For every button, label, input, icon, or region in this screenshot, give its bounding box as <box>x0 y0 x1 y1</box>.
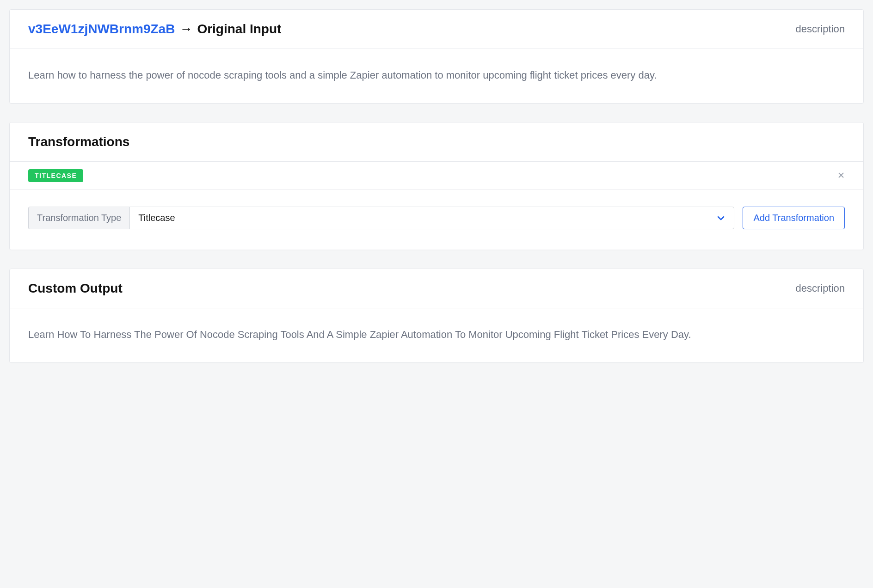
close-icon[interactable] <box>837 171 845 181</box>
breadcrumb-id-link[interactable]: v3EeW1zjNWBrnm9ZaB <box>28 22 175 37</box>
chevron-down-icon <box>716 214 725 223</box>
custom-output-text: Learn How To Harness The Power Of Nocode… <box>28 327 845 342</box>
breadcrumb-current: Original Input <box>197 22 281 37</box>
arrow-right-icon: → <box>179 22 192 37</box>
add-transformation-button[interactable]: Add Transformation <box>743 207 845 229</box>
titlecase-pill[interactable]: TITLECASE <box>28 169 83 182</box>
transformation-type-label: Transformation Type <box>28 207 129 229</box>
transformation-type-select[interactable]: Titlecase <box>129 207 734 229</box>
custom-output-title: Custom Output <box>28 281 123 296</box>
select-value: Titlecase <box>138 213 175 223</box>
original-input-card: v3EeW1zjNWBrnm9ZaB → Original Input desc… <box>9 9 864 104</box>
custom-output-header: Custom Output description <box>10 269 863 308</box>
original-input-header: v3EeW1zjNWBrnm9ZaB → Original Input desc… <box>10 10 863 49</box>
original-input-text: Learn how to harness the power of nocode… <box>28 67 845 83</box>
custom-output-card: Custom Output description Learn How To H… <box>9 269 864 363</box>
description-label: description <box>796 282 845 294</box>
description-label: description <box>796 23 845 35</box>
transformations-title: Transformations <box>28 135 845 149</box>
breadcrumb: v3EeW1zjNWBrnm9ZaB → Original Input <box>28 22 281 37</box>
transformation-pill-row: TITLECASE <box>10 162 863 190</box>
custom-output-body: Learn How To Harness The Power Of Nocode… <box>10 308 863 362</box>
transformations-card: Transformations TITLECASE Transformation… <box>9 122 864 250</box>
transformations-header: Transformations <box>10 122 863 162</box>
transformation-form-row: Transformation Type Titlecase Add Transf… <box>10 190 863 250</box>
original-input-body: Learn how to harness the power of nocode… <box>10 49 863 103</box>
